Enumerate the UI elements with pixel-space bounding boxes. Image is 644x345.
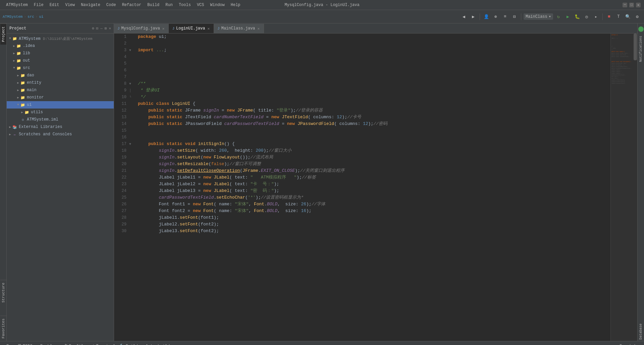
menu-help[interactable]: Help	[228, 2, 243, 8]
database-tab[interactable]: Database	[638, 322, 643, 341]
back-button[interactable]: ◀	[460, 13, 468, 21]
tab-close-0[interactable]: ✕	[162, 26, 165, 31]
window-title: MysqlConfig.java - LoginUI.java	[284, 3, 359, 7]
project-hide-icon[interactable]: ⊞	[105, 26, 107, 30]
run-bottom-button[interactable]: ▶ Run	[3, 344, 14, 345]
tree-arrow-monitor: ▶	[16, 96, 20, 99]
breadcrumb-part-2[interactable]: ui	[39, 15, 43, 19]
close-button[interactable]: ✕	[636, 3, 641, 7]
tab-loginui[interactable]: J LoginUI.java ✕	[169, 24, 214, 33]
code-line-12: public static JFrame signIn = new JFrame…	[138, 107, 610, 114]
menu-edit[interactable]: Edit	[47, 2, 62, 8]
minimize-button[interactable]: ─	[623, 3, 627, 7]
code-line-28: jLabel1.setFont(font1);	[138, 214, 610, 221]
code-line-16	[138, 134, 610, 141]
breadcrumb-part-0[interactable]: ATMSystem	[3, 15, 22, 19]
build-button[interactable]: ↻	[554, 13, 562, 21]
tree-arrow-main: ▶	[16, 88, 20, 92]
breadcrumb-part-1[interactable]: src	[28, 15, 34, 19]
tab-bar: J MysqlConfig.java ✕ J LoginUI.java ✕ J …	[114, 23, 637, 33]
ui-folder-icon: 📁	[20, 102, 25, 108]
main-container: Project Structure Favorites Project ⚙ ⊟ …	[0, 23, 644, 341]
tree-item-iml[interactable]: ⚙ ATMSystem.iml	[7, 116, 114, 123]
tab-close-2[interactable]: ✕	[257, 26, 261, 31]
menu-window[interactable]: Window	[208, 2, 227, 8]
todo-button[interactable]: ☰ TODO	[18, 344, 33, 345]
coverage-button[interactable]: ◎	[583, 13, 591, 21]
tree-item-scratches[interactable]: ▶ ✏ Scratches and Consoles	[7, 131, 114, 138]
code-line-30: jLabel3.setFont(font2);	[138, 228, 610, 234]
tree-item-utils[interactable]: ▶ 📁 utils	[7, 109, 114, 116]
menu-navigate[interactable]: Navigate	[78, 2, 103, 8]
fold-javadoc[interactable]: ▼	[129, 80, 135, 87]
more-run-button[interactable]: ▸	[592, 13, 600, 21]
project-collapse-icon[interactable]: —	[100, 26, 103, 30]
menu-build[interactable]: Build	[145, 2, 162, 8]
tree-arrow-ui: ▼	[16, 103, 20, 107]
run-configuration[interactable]: MainClass ▾	[524, 13, 553, 20]
line-numbers: 1 2 3 4 5 6 7 8 9 10 11 12 13 14 15 16 1…	[114, 33, 129, 341]
tree-item-monitor[interactable]: ▶ 📁 monitor	[7, 94, 114, 101]
code-line-14: public static JPasswordField cardPasswor…	[138, 121, 610, 127]
event-log-button[interactable]: Event Log	[620, 344, 641, 345]
tree-item-dao[interactable]: ▶ 📁 dao	[7, 72, 114, 79]
fold-method[interactable]: ▼	[129, 141, 135, 147]
profiler-button[interactable]: ⏱ Profiler	[64, 344, 89, 345]
tab-mysqlconfig[interactable]: J MysqlConfig.java ✕	[114, 24, 169, 33]
fold-import[interactable]: ▼	[129, 47, 135, 54]
auto-build-button[interactable]: ⚙ Auto-build	[142, 344, 170, 345]
maximize-button[interactable]: □	[629, 3, 634, 7]
terminal-button[interactable]: $ Terminal	[92, 344, 115, 345]
project-settings-icon[interactable]: ⚙	[92, 26, 94, 30]
code-line-3: import ...;	[138, 47, 610, 54]
menu-atmsystem[interactable]: ATMSystem	[3, 2, 31, 8]
debug-button[interactable]: 🐛	[573, 13, 581, 21]
scrollbar-thumb[interactable]	[634, 33, 637, 60]
tree-item-ui[interactable]: ▼ 📁 ui	[7, 101, 114, 109]
iml-file-icon: ⚙	[20, 117, 25, 122]
tree-item-entity[interactable]: ▶ 📁 entity	[7, 79, 114, 86]
settings-button[interactable]: ⚙	[633, 13, 641, 21]
structure-tab[interactable]: Structure	[0, 280, 6, 305]
menu-code[interactable]: Code	[104, 2, 119, 8]
code-line-18: signIn.setSize( width: 260, height: 200)…	[138, 147, 610, 154]
menu-run[interactable]: Run	[163, 2, 175, 8]
project-tab[interactable]: Project	[0, 23, 6, 45]
nav-bar-button[interactable]: ⊕	[492, 13, 500, 21]
title-bar-left: ATMSystem File Edit View Navigate Code R…	[3, 2, 243, 8]
tab-close-1[interactable]: ✕	[207, 26, 210, 31]
tree-item-out[interactable]: ▶ 📁 out	[7, 57, 114, 64]
toggle-panel-button[interactable]: ≡	[501, 13, 509, 21]
tree-item-extlibs[interactable]: ▶ 📚 External Libraries	[7, 123, 114, 131]
code-line-2	[138, 40, 610, 47]
run-button[interactable]: ▶	[564, 13, 572, 21]
stop-button[interactable]: ■	[605, 13, 613, 21]
menu-vcs[interactable]: VCS	[194, 2, 207, 8]
menu-refactor[interactable]: Refactor	[119, 2, 144, 8]
lib-folder-icon: 📁	[16, 51, 21, 56]
tree-item-atmsystem[interactable]: ▼ 📁 ATMSystem D:\31116\桌面\ATMSystem	[7, 35, 114, 42]
forward-button[interactable]: ▶	[469, 13, 477, 21]
code-content[interactable]: package ui; import ...; /**	[135, 33, 610, 341]
right-notifications-tab[interactable]: Notifications	[638, 34, 643, 63]
tree-item-lib[interactable]: ▶ 📁 lib	[7, 50, 114, 57]
search-button[interactable]: 🔍	[624, 13, 632, 21]
menu-view[interactable]: View	[62, 2, 77, 8]
tree-item-src[interactable]: ▼ 📁 src	[7, 64, 114, 72]
tree-item-idea[interactable]: ▶ 📁 .idea	[7, 42, 114, 50]
favorites-tab[interactable]: Favorites	[0, 316, 6, 341]
problems-button[interactable]: ⚠ Problems	[37, 344, 60, 345]
tree-item-main[interactable]: ▶ 📁 main	[7, 86, 114, 94]
project-layout-icon[interactable]: ⊟	[96, 26, 99, 30]
translate-button[interactable]: T	[614, 13, 623, 21]
menu-file[interactable]: File	[31, 2, 46, 8]
tree-arrow-out: ▶	[12, 59, 16, 63]
scrollbar-track[interactable]	[633, 33, 637, 341]
menu-tools[interactable]: Tools	[176, 2, 194, 8]
build-bottom-button[interactable]: 🔨 Build	[119, 344, 138, 345]
profile-button[interactable]: 👤	[482, 13, 490, 21]
expand-button[interactable]: ⊟	[511, 13, 519, 21]
project-close-icon[interactable]: ✕	[109, 26, 111, 30]
tab-mainclass[interactable]: J MainClass.java ✕	[214, 24, 264, 33]
window-controls: ─ □ ✕	[623, 3, 641, 7]
